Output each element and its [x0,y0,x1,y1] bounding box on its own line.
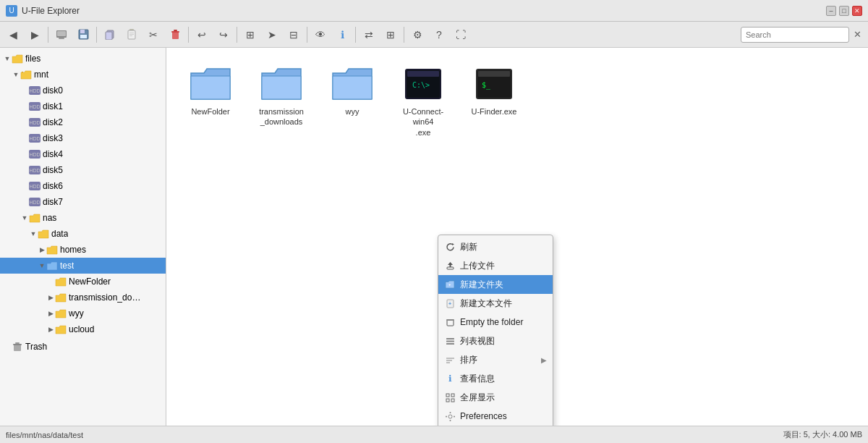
file-item-newfolder[interactable]: NewFolder [178,59,243,142]
expander-disk2: ▶ [20,118,29,127]
svg-rect-18 [13,344,22,345]
file-item-ufinder[interactable]: $_ U-Finder.exe [461,59,527,142]
refresh-icon [444,241,456,253]
svg-point-50 [454,415,455,417]
ctx-fullscreen[interactable]: 全屏显示 [438,388,553,407]
expander-ucloud[interactable]: ▶ [46,325,55,334]
move-button[interactable]: ➤ [262,25,282,45]
sidebar-label-trash: Trash [25,342,47,352]
sync-button[interactable]: ⇄ [359,25,379,45]
compress-button[interactable]: ⊟ [284,25,304,45]
folder-icon-ucloud [55,324,67,335]
ctx-newfile[interactable]: + 新建文本文件 [438,294,553,313]
sidebar-item-nas[interactable]: ▼ nas [0,210,166,226]
svg-rect-38 [446,343,454,345]
info-button[interactable]: ℹ [332,25,352,45]
sidebar-label-disk6: disk6 [43,181,63,191]
minimize-button[interactable]: – [826,6,836,16]
hdd-icon-disk3: HDD [29,132,41,144]
file-item-uconnect[interactable]: C:\> U-Connect-win64.exe [391,59,456,142]
ctx-listview[interactable]: 列表视图 [438,332,553,350]
ctx-sort[interactable]: 排序 ▶ [438,350,553,369]
search-clear-button[interactable]: ✕ [849,27,865,43]
ctx-upload[interactable]: 上传文件 [438,256,553,275]
paste-button[interactable] [122,25,142,45]
drive-button[interactable] [51,25,72,45]
sidebar-item-ucloud[interactable]: ▶ ucloud [0,321,166,337]
newfile-icon: + [444,298,456,309]
hdd-icon-disk7: HDD [29,196,41,208]
sidebar-item-newfolder[interactable]: ▶ NewFolder [0,274,166,290]
back-button[interactable]: ◀ [3,25,23,45]
fullscreen-button[interactable]: ⛶ [451,25,471,45]
window-controls[interactable]: – □ ✕ [826,6,862,16]
maximize-button[interactable]: □ [839,6,849,16]
sidebar-item-disk5[interactable]: ▶ HDD disk5 [0,162,166,178]
sidebar-item-disk1[interactable]: ▶ HDD disk1 [0,98,166,114]
expander-mnt[interactable]: ▼ [12,70,20,79]
copy-button-1[interactable] [100,25,120,45]
expander-disk6: ▶ [20,182,29,190]
sidebar-label-data: data [51,229,68,239]
sidebar-item-disk2[interactable]: ▶ HDD disk2 [0,114,166,130]
expander-homes[interactable]: ▶ [38,245,46,254]
search-input[interactable] [741,27,849,43]
sidebar: ▼ files ▼ mnt ▶ HDD disk0 ▶ HDD [0,48,166,426]
ctx-newfolder-label: 新建文件夹 [460,279,503,291]
sidebar-item-mnt[interactable]: ▼ mnt [0,67,166,83]
forward-button[interactable]: ▶ [25,25,45,45]
close-button[interactable]: ✕ [852,6,862,16]
sidebar-item-transmission[interactable]: ▶ transmission_down... [0,290,166,305]
folder-icon-homes [46,244,58,256]
expander-data[interactable]: ▼ [29,229,38,238]
ctx-newfolder[interactable]: + 新建文件夹 [438,275,553,294]
sidebar-item-homes[interactable]: ▶ homes [0,242,166,258]
expander-transmission[interactable]: ▶ [46,293,55,302]
expander-wyy[interactable]: ▶ [46,309,55,318]
file-icon-wyy [331,64,374,104]
ctx-viewinfo[interactable]: ℹ 查看信息 [438,369,553,388]
view-button[interactable]: 👁 [310,25,331,45]
sidebar-item-test[interactable]: ▼ test [0,258,166,274]
hdd-icon-disk1: HDD [29,101,41,112]
trash-icon [12,341,23,353]
cut-button[interactable]: ✂ [143,25,163,45]
folder-icon-files [12,53,23,64]
hdd-icon-disk0: HDD [29,85,41,96]
sidebar-item-files[interactable]: ▼ files [0,51,166,67]
ctx-newfile-label: 新建文本文件 [460,298,512,310]
sidebar-item-trash[interactable]: ▶ Trash [0,339,166,355]
copy-button-2[interactable]: ⊞ [240,25,260,45]
save-button[interactable] [73,25,93,45]
help-button[interactable]: ? [429,25,449,45]
sidebar-item-disk3[interactable]: ▶ HDD disk3 [0,130,166,146]
ctx-refresh[interactable]: 刷新 [438,237,553,256]
ctx-emptyfolder[interactable]: Empty the folder [438,313,553,332]
expander-nas[interactable]: ▼ [20,214,29,222]
sidebar-item-disk4[interactable]: ▶ HDD disk4 [0,146,166,162]
redo-button[interactable]: ↪ [213,25,234,45]
folder-icon-data [38,228,49,240]
sidebar-label-wyy: wyy [69,308,84,318]
expander-disk7: ▶ [20,198,29,206]
statusbar-path: files/mnt/nas/data/test [6,431,83,439]
sidebar-item-disk6[interactable]: ▶ HDD disk6 [0,178,166,194]
sidebar-item-disk7[interactable]: ▶ HDD disk7 [0,194,166,210]
undo-button[interactable]: ↩ [192,25,212,45]
file-item-transmission[interactable]: transmission_downloads [249,59,314,142]
sidebar-item-wyy[interactable]: ▶ wyy [0,305,166,321]
ctx-preferences[interactable]: Preferences [438,407,553,426]
file-item-wyy[interactable]: wyy [320,59,385,142]
terminal-button[interactable]: ⊞ [380,25,401,45]
svg-rect-16 [22,72,23,72]
sidebar-item-data[interactable]: ▼ data [0,226,166,242]
expander-test[interactable]: ▼ [38,261,46,270]
svg-rect-29 [447,267,454,269]
sidebar-item-disk0[interactable]: ▶ HDD disk0 [0,83,166,98]
hdd-icon-disk2: HDD [29,117,41,128]
toolbar-sep-4 [237,27,237,43]
svg-rect-11 [129,34,134,35]
expander-files[interactable]: ▼ [3,54,12,63]
delete-button[interactable] [165,25,185,45]
config-button[interactable]: ⚙ [407,25,427,45]
